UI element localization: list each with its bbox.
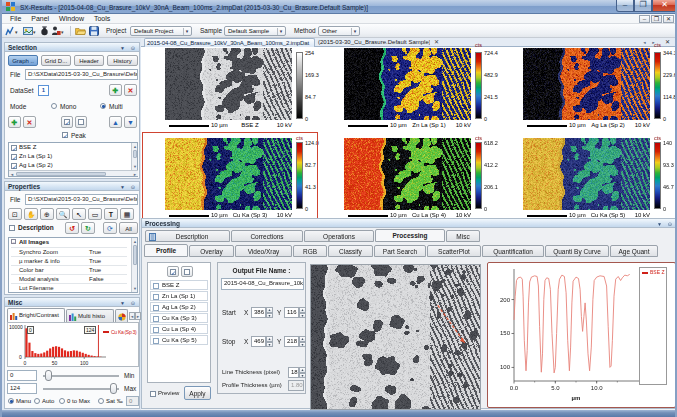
scrollbar-thumb[interactable] bbox=[16, 172, 106, 176]
mode-mono-radio[interactable] bbox=[51, 103, 57, 109]
signal-row[interactable]: Cu Ka (Sp 5) bbox=[150, 335, 208, 345]
subtab-age-quant[interactable]: Age Quant bbox=[610, 245, 658, 257]
scrollbar-thumb[interactable] bbox=[133, 245, 137, 265]
graph-tool-icon[interactable] bbox=[5, 26, 14, 36]
list-item-label[interactable]: Zn La (Sp 1) bbox=[19, 152, 52, 161]
project-select[interactable]: Default Project▾ bbox=[130, 26, 192, 36]
start-y-down[interactable]: ▼ bbox=[299, 313, 306, 319]
line-thickness-down[interactable]: ▼ bbox=[299, 373, 306, 379]
max-slider-thumb[interactable] bbox=[110, 383, 117, 394]
tab-close-icon[interactable]: ✕ bbox=[432, 38, 441, 47]
file-path-field[interactable]: D:\SXData\2015-03-30_Cu_Brasure\Defa bbox=[25, 194, 138, 205]
add-signal-button[interactable]: ✚ bbox=[8, 116, 21, 128]
map-image[interactable] bbox=[344, 48, 471, 120]
uncheck-all-button[interactable] bbox=[75, 116, 87, 128]
start-y-field[interactable]: 116 bbox=[284, 307, 299, 318]
tab-multi-histo[interactable]: Multi histo bbox=[66, 309, 114, 322]
tab-corrections[interactable]: Corrections bbox=[231, 230, 303, 242]
signal-checkbox[interactable] bbox=[11, 154, 17, 160]
signal-checkbox[interactable] bbox=[11, 145, 17, 151]
horizontal-scrollbar[interactable]: ◄► bbox=[9, 170, 138, 176]
vertical-scrollbar[interactable]: ▲▼ bbox=[131, 238, 137, 292]
pan-hand-button[interactable]: ✋ bbox=[24, 208, 38, 220]
sat-value-field[interactable]: 0 bbox=[126, 396, 139, 406]
description-checkbox[interactable] bbox=[9, 225, 15, 231]
cursor-button[interactable]: ↖ bbox=[72, 208, 86, 220]
subtab-profile[interactable]: Profile bbox=[144, 244, 188, 257]
list-item[interactable]: BSE Z bbox=[19, 143, 36, 152]
pin-icon[interactable]: ⊙ bbox=[131, 300, 135, 306]
image-tool-dropdown-icon[interactable]: ▾ bbox=[33, 29, 36, 35]
add-dataset-button[interactable]: ✚ bbox=[109, 84, 122, 96]
signal-checkbox[interactable] bbox=[153, 283, 159, 289]
collapse-icon[interactable]: ▼ bbox=[120, 300, 125, 306]
signal-checkbox[interactable] bbox=[153, 305, 159, 311]
tab-bright-contrast[interactable]: Bright/Contrast bbox=[7, 308, 65, 322]
scroll-down-icon[interactable]: ▼ bbox=[133, 164, 137, 169]
min-value-field[interactable]: 0 bbox=[7, 370, 37, 381]
remove-signal-button[interactable]: ✕ bbox=[23, 116, 36, 128]
peak-checkbox[interactable] bbox=[62, 132, 68, 138]
map-image[interactable] bbox=[165, 48, 292, 120]
property-name[interactable]: Modal analysis bbox=[19, 275, 59, 283]
scrollbar-thumb[interactable] bbox=[133, 150, 137, 158]
image-tool-icon[interactable] bbox=[23, 26, 33, 36]
map-panel-bse-z[interactable]: 254 169.3 84.7 0 10 µm BSE Z 10 kV bbox=[142, 47, 321, 132]
file-path-field[interactable]: D:\SXData\2015-03-30_Cu_Brasure\Defau bbox=[25, 69, 138, 80]
tab-header[interactable]: Header bbox=[74, 55, 104, 66]
mode-multi-radio[interactable] bbox=[100, 103, 106, 109]
minimize-button[interactable]: – bbox=[616, 0, 634, 12]
stop-y-down[interactable]: ▼ bbox=[299, 342, 306, 348]
subtab-scatterplot[interactable]: ScatterPlot bbox=[427, 245, 481, 257]
signal-row[interactable]: Cu La (Sp 4) bbox=[150, 324, 208, 334]
signal-row[interactable]: Ag La (Sp 2) bbox=[150, 302, 208, 312]
menu-file[interactable]: File bbox=[10, 14, 21, 24]
dataset-tool-icon[interactable] bbox=[40, 26, 49, 36]
auto-radio[interactable] bbox=[34, 398, 40, 404]
property-value[interactable]: True bbox=[89, 266, 101, 274]
user-tool-icon[interactable] bbox=[51, 26, 61, 36]
start-x-down[interactable]: ▼ bbox=[266, 313, 273, 319]
user-tool-dropdown-icon[interactable]: ▾ bbox=[61, 29, 64, 35]
max-slider-track[interactable] bbox=[43, 388, 119, 390]
tab-grid-data[interactable]: Grid D... bbox=[41, 55, 71, 66]
check-all-button[interactable] bbox=[61, 116, 73, 128]
select-rect-button[interactable]: ▭ bbox=[88, 208, 102, 220]
collapse-icon[interactable]: ▼ bbox=[657, 221, 662, 227]
remove-dataset-button[interactable]: ✕ bbox=[124, 84, 137, 96]
histogram-min-marker[interactable]: 0 bbox=[27, 326, 34, 334]
scroll-right-icon[interactable]: ► bbox=[133, 172, 137, 177]
property-name[interactable]: µ marker & info bbox=[19, 257, 60, 265]
subtab-overlay[interactable]: Overlay bbox=[189, 245, 234, 257]
scroll-up-icon[interactable]: ▲ bbox=[133, 144, 137, 149]
subtab-quanti-by-curve[interactable]: Quanti By Curve bbox=[545, 245, 609, 257]
output-file-field[interactable]: 2015-04-08_Cu_Brasure_10kV_ bbox=[221, 278, 304, 290]
map-image[interactable] bbox=[523, 138, 650, 210]
zero-to-max-radio[interactable] bbox=[59, 398, 65, 404]
map-panel-zn-la[interactable]: cts 724.4 482.9 241.5 0 10 µm Zn La (Sp … bbox=[321, 47, 500, 132]
scroll-up-icon[interactable]: ▲ bbox=[133, 239, 137, 244]
preview-checkbox[interactable] bbox=[150, 391, 156, 397]
save-icon[interactable] bbox=[89, 26, 99, 36]
check-all-button[interactable] bbox=[167, 266, 179, 277]
stop-x-field[interactable]: 469 bbox=[251, 336, 266, 347]
menu-window[interactable]: Window bbox=[59, 14, 84, 24]
collapse-group-icon[interactable]: – bbox=[11, 239, 16, 244]
apply-lut-button[interactable]: ↻ bbox=[81, 222, 95, 234]
tab-impdat-active[interactable]: 2015-04-08_Cu_Brasure_10kV_30nA_Beam_100… bbox=[144, 38, 315, 47]
map-panel-cu-la4[interactable]: cts 618.2 412.2 206.1 0 10 µm Cu La (Sp … bbox=[321, 134, 500, 219]
tab-description[interactable]: Description bbox=[145, 230, 230, 242]
subtab-video-xray[interactable]: Video/Xray bbox=[235, 245, 292, 257]
signal-checkbox[interactable] bbox=[153, 294, 159, 300]
mdi-minimize-button[interactable]: – bbox=[639, 15, 650, 23]
zoom-fit-button[interactable]: ⊡ bbox=[8, 208, 22, 220]
stop-y-field[interactable]: 218 bbox=[284, 336, 299, 347]
pin-icon[interactable]: ⊙ bbox=[131, 45, 135, 51]
sample-select[interactable]: Default Sample▾ bbox=[224, 26, 286, 36]
signal-checkbox[interactable] bbox=[153, 338, 159, 344]
subtab-part-search[interactable]: Part Search bbox=[374, 245, 426, 257]
scroll-left-icon[interactable]: ◄ bbox=[10, 172, 14, 177]
sat-radio[interactable] bbox=[98, 398, 104, 404]
property-name[interactable]: Color bar bbox=[19, 266, 44, 274]
method-select[interactable]: Other▾ bbox=[318, 26, 360, 36]
